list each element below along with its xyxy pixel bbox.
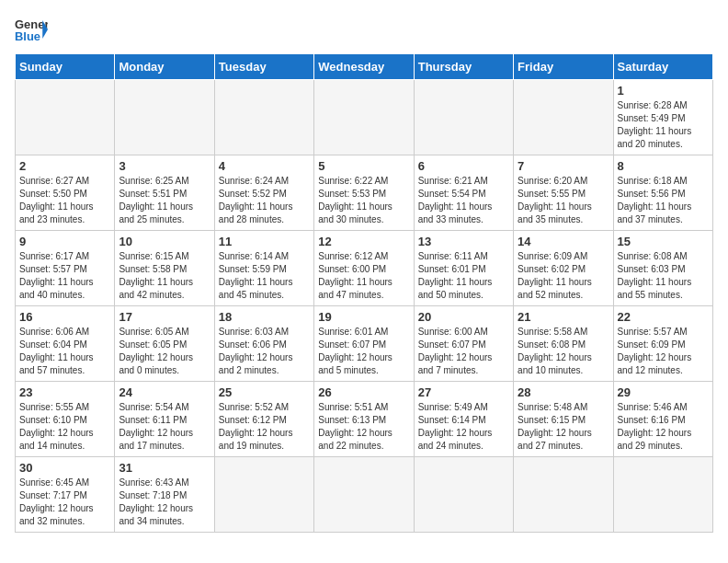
day-number: 23 [19, 385, 110, 399]
week-row: 30Sunrise: 6:45 AM Sunset: 7:17 PM Dayli… [16, 457, 713, 533]
calendar-cell: 1Sunrise: 6:28 AM Sunset: 5:49 PM Daylig… [613, 80, 712, 155]
calendar-cell: 17Sunrise: 6:05 AM Sunset: 6:05 PM Dayli… [115, 306, 214, 382]
day-info: Sunrise: 5:49 AM Sunset: 6:14 PM Dayligh… [418, 401, 509, 453]
calendar-cell: 10Sunrise: 6:15 AM Sunset: 5:58 PM Dayli… [115, 231, 214, 306]
calendar-cell [514, 457, 613, 533]
day-info: Sunrise: 6:43 AM Sunset: 7:18 PM Dayligh… [119, 477, 210, 528]
day-info: Sunrise: 5:58 AM Sunset: 6:08 PM Dayligh… [518, 326, 609, 377]
day-number: 5 [318, 159, 409, 173]
week-row: 9Sunrise: 6:17 AM Sunset: 5:57 PM Daylig… [16, 231, 713, 306]
day-info: Sunrise: 6:14 AM Sunset: 5:59 PM Dayligh… [219, 250, 310, 302]
calendar: SundayMondayTuesdayWednesdayThursdayFrid… [15, 53, 713, 533]
day-number: 27 [418, 385, 509, 399]
day-number: 12 [318, 235, 409, 248]
day-info: Sunrise: 6:06 AM Sunset: 6:04 PM Dayligh… [19, 326, 110, 377]
calendar-cell [414, 80, 513, 155]
day-number: 1 [618, 84, 709, 98]
calendar-cell: 31Sunrise: 6:43 AM Sunset: 7:18 PM Dayli… [115, 457, 214, 533]
calendar-cell: 5Sunrise: 6:22 AM Sunset: 5:53 PM Daylig… [314, 155, 414, 231]
day-info: Sunrise: 6:27 AM Sunset: 5:50 PM Dayligh… [19, 175, 110, 226]
calendar-cell: 4Sunrise: 6:24 AM Sunset: 5:52 PM Daylig… [214, 155, 313, 231]
calendar-cell [214, 457, 313, 533]
week-row: 2Sunrise: 6:27 AM Sunset: 5:50 PM Daylig… [16, 155, 713, 231]
calendar-cell [514, 80, 613, 155]
day-number: 19 [318, 310, 409, 324]
day-info: Sunrise: 6:24 AM Sunset: 5:52 PM Dayligh… [219, 175, 310, 226]
day-header-sunday: Sunday [16, 54, 115, 80]
header: General Blue [15, 15, 713, 44]
week-row: 16Sunrise: 6:06 AM Sunset: 6:04 PM Dayli… [16, 306, 713, 382]
day-number: 6 [418, 159, 509, 173]
calendar-cell: 11Sunrise: 6:14 AM Sunset: 5:59 PM Dayli… [214, 231, 313, 306]
calendar-cell: 22Sunrise: 5:57 AM Sunset: 6:09 PM Dayli… [613, 306, 712, 382]
day-number: 26 [318, 385, 409, 399]
day-info: Sunrise: 6:03 AM Sunset: 6:06 PM Dayligh… [219, 326, 310, 377]
calendar-cell [115, 80, 214, 155]
calendar-cell: 27Sunrise: 5:49 AM Sunset: 6:14 PM Dayli… [414, 382, 513, 457]
day-number: 25 [219, 385, 310, 399]
calendar-cell: 30Sunrise: 6:45 AM Sunset: 7:17 PM Dayli… [16, 457, 115, 533]
calendar-cell: 23Sunrise: 5:55 AM Sunset: 6:10 PM Dayli… [16, 382, 115, 457]
week-row: 1Sunrise: 6:28 AM Sunset: 5:49 PM Daylig… [16, 80, 713, 155]
calendar-cell: 6Sunrise: 6:21 AM Sunset: 5:54 PM Daylig… [414, 155, 513, 231]
day-info: Sunrise: 6:21 AM Sunset: 5:54 PM Dayligh… [418, 175, 509, 226]
calendar-cell: 7Sunrise: 6:20 AM Sunset: 5:55 PM Daylig… [514, 155, 613, 231]
day-info: Sunrise: 6:05 AM Sunset: 6:05 PM Dayligh… [119, 326, 210, 377]
calendar-cell [414, 457, 513, 533]
calendar-cell [314, 457, 414, 533]
day-info: Sunrise: 6:28 AM Sunset: 5:49 PM Dayligh… [618, 99, 709, 151]
day-info: Sunrise: 6:18 AM Sunset: 5:56 PM Dayligh… [618, 175, 709, 226]
day-number: 3 [119, 159, 210, 173]
calendar-cell: 13Sunrise: 6:11 AM Sunset: 6:01 PM Dayli… [414, 231, 513, 306]
day-header-tuesday: Tuesday [214, 54, 313, 80]
calendar-cell: 3Sunrise: 6:25 AM Sunset: 5:51 PM Daylig… [115, 155, 214, 231]
calendar-cell [314, 80, 414, 155]
day-info: Sunrise: 6:09 AM Sunset: 6:02 PM Dayligh… [518, 250, 609, 302]
day-number: 8 [618, 159, 709, 173]
day-number: 31 [119, 461, 210, 475]
day-header-friday: Friday [514, 54, 613, 80]
day-number: 20 [418, 310, 509, 324]
calendar-cell [214, 80, 313, 155]
day-number: 2 [19, 159, 110, 173]
calendar-cell: 26Sunrise: 5:51 AM Sunset: 6:13 PM Dayli… [314, 382, 414, 457]
calendar-cell: 9Sunrise: 6:17 AM Sunset: 5:57 PM Daylig… [16, 231, 115, 306]
day-info: Sunrise: 5:52 AM Sunset: 6:12 PM Dayligh… [219, 401, 310, 453]
calendar-cell: 14Sunrise: 6:09 AM Sunset: 6:02 PM Dayli… [514, 231, 613, 306]
day-header-thursday: Thursday [414, 54, 513, 80]
day-info: Sunrise: 5:54 AM Sunset: 6:11 PM Dayligh… [119, 401, 210, 453]
calendar-cell: 15Sunrise: 6:08 AM Sunset: 6:03 PM Dayli… [613, 231, 712, 306]
svg-text:Blue: Blue [15, 29, 40, 43]
day-info: Sunrise: 5:55 AM Sunset: 6:10 PM Dayligh… [19, 401, 110, 453]
day-number: 30 [19, 461, 110, 475]
calendar-cell: 19Sunrise: 6:01 AM Sunset: 6:07 PM Dayli… [314, 306, 414, 382]
day-info: Sunrise: 5:48 AM Sunset: 6:15 PM Dayligh… [518, 401, 609, 453]
calendar-cell: 16Sunrise: 6:06 AM Sunset: 6:04 PM Dayli… [16, 306, 115, 382]
day-number: 7 [518, 159, 609, 173]
calendar-cell: 25Sunrise: 5:52 AM Sunset: 6:12 PM Dayli… [214, 382, 313, 457]
day-number: 11 [219, 235, 310, 248]
logo: General Blue [15, 15, 48, 44]
week-row: 23Sunrise: 5:55 AM Sunset: 6:10 PM Dayli… [16, 382, 713, 457]
day-info: Sunrise: 6:15 AM Sunset: 5:58 PM Dayligh… [119, 250, 210, 302]
calendar-cell: 24Sunrise: 5:54 AM Sunset: 6:11 PM Dayli… [115, 382, 214, 457]
calendar-cell: 28Sunrise: 5:48 AM Sunset: 6:15 PM Dayli… [514, 382, 613, 457]
day-info: Sunrise: 6:17 AM Sunset: 5:57 PM Dayligh… [19, 250, 110, 302]
day-info: Sunrise: 6:20 AM Sunset: 5:55 PM Dayligh… [518, 175, 609, 226]
day-info: Sunrise: 6:11 AM Sunset: 6:01 PM Dayligh… [418, 250, 509, 302]
day-number: 9 [19, 235, 110, 248]
day-info: Sunrise: 6:00 AM Sunset: 6:07 PM Dayligh… [418, 326, 509, 377]
calendar-cell: 18Sunrise: 6:03 AM Sunset: 6:06 PM Dayli… [214, 306, 313, 382]
day-header-wednesday: Wednesday [314, 54, 414, 80]
day-header-saturday: Saturday [613, 54, 712, 80]
calendar-cell: 21Sunrise: 5:58 AM Sunset: 6:08 PM Dayli… [514, 306, 613, 382]
day-number: 14 [518, 235, 609, 248]
day-header-monday: Monday [115, 54, 214, 80]
calendar-cell: 20Sunrise: 6:00 AM Sunset: 6:07 PM Dayli… [414, 306, 513, 382]
day-info: Sunrise: 6:08 AM Sunset: 6:03 PM Dayligh… [618, 250, 709, 302]
day-number: 16 [19, 310, 110, 324]
calendar-cell: 8Sunrise: 6:18 AM Sunset: 5:56 PM Daylig… [613, 155, 712, 231]
day-number: 15 [618, 235, 709, 248]
calendar-cell: 29Sunrise: 5:46 AM Sunset: 6:16 PM Dayli… [613, 382, 712, 457]
day-number: 21 [518, 310, 609, 324]
